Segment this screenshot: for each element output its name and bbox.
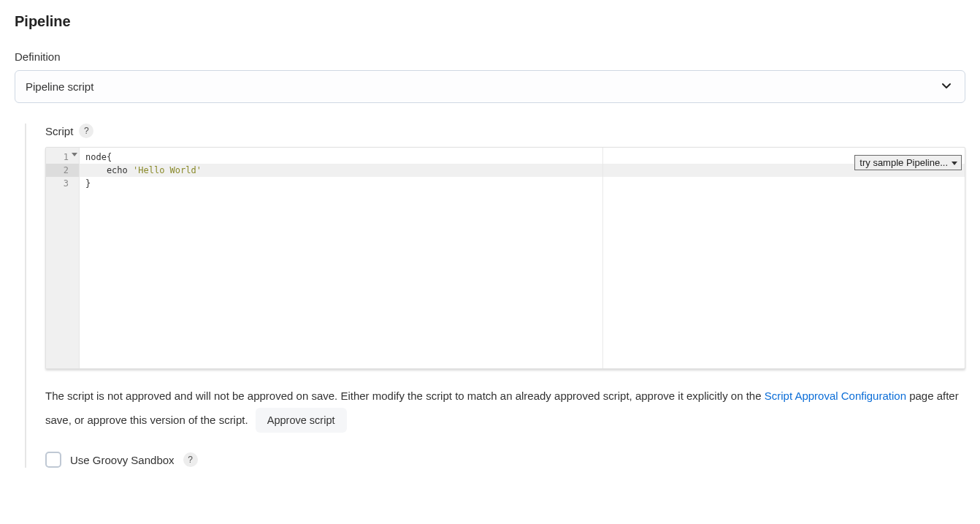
gutter-line: 3 [46, 177, 79, 190]
section-title: Pipeline [15, 13, 965, 30]
fold-arrow-icon[interactable] [72, 153, 77, 156]
sandbox-row: Use Groovy Sandbox ? [45, 452, 965, 468]
code-line: } [80, 177, 965, 190]
editor-code-area[interactable]: node{ echo 'Hello World' } [80, 148, 965, 368]
script-editor[interactable]: 1 2 3 node{ echo 'Hello World' } try sam… [45, 147, 965, 369]
sandbox-checkbox[interactable] [45, 452, 61, 468]
code-line: node{ [80, 151, 965, 164]
approval-warning: The script is not approved and will not … [45, 384, 965, 433]
definition-label: Definition [15, 50, 965, 63]
sandbox-label: Use Groovy Sandbox [70, 454, 175, 466]
editor-ruler [602, 148, 603, 368]
script-approval-link[interactable]: Script Approval Configuration [765, 390, 906, 402]
definition-select[interactable]: Pipeline script [15, 70, 965, 103]
sample-pipeline-dropdown[interactable]: try sample Pipeline... [854, 155, 962, 170]
editor-gutter: 1 2 3 [46, 148, 80, 368]
gutter-line: 1 [46, 151, 79, 164]
chevron-down-icon [941, 80, 952, 94]
gutter-line: 2 [46, 164, 79, 177]
script-label: Script [45, 125, 73, 137]
script-section: Script ? 1 2 3 node{ echo 'Hello World' … [25, 124, 965, 468]
sandbox-help-icon[interactable]: ? [183, 452, 198, 467]
approve-script-button[interactable]: Approve script [256, 408, 347, 433]
definition-selected-value: Pipeline script [26, 80, 93, 93]
script-help-icon[interactable]: ? [79, 124, 93, 138]
warning-text: The script is not approved and will not … [45, 390, 765, 402]
code-line: echo 'Hello World' [80, 164, 965, 177]
